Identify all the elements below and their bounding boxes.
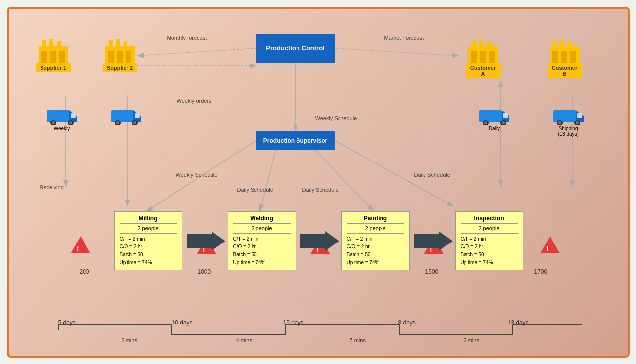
svg-point-66 (133, 121, 136, 124)
prod-supervisor-label: Production Supervisor (263, 137, 327, 144)
svg-rect-44 (479, 39, 483, 47)
svg-point-79 (558, 121, 561, 124)
svg-rect-31 (57, 41, 61, 47)
truck-customer-b: Shipping(13 days) (552, 105, 585, 137)
svg-rect-49 (570, 51, 576, 63)
svg-rect-27 (50, 51, 56, 63)
inspection-title: Inspection (461, 215, 518, 224)
factory-icon-customer-a (466, 36, 501, 63)
mins-2: 2 mins (122, 337, 137, 343)
svg-point-73 (502, 121, 505, 124)
customer-a: Customer A (466, 36, 501, 78)
days-13: 13 days (508, 319, 529, 326)
svg-rect-34 (117, 51, 123, 63)
svg-rect-74 (553, 110, 576, 122)
svg-line-9 (260, 150, 276, 211)
svg-rect-60 (111, 110, 133, 122)
svg-rect-53 (47, 110, 69, 122)
arrow-painting-inspection (414, 231, 453, 251)
painting-stats: C/T = 2 min C/O = 2 hr Batch = 50 Up tim… (347, 233, 404, 267)
factory-icon-supplier2 (103, 36, 137, 63)
inventory-1500: 1500 (425, 268, 439, 275)
daily-schedule-left-label: Daily Schedule (237, 187, 273, 193)
mins-4: 4 mins (236, 337, 252, 343)
svg-rect-43 (472, 40, 476, 47)
svg-rect-38 (124, 41, 127, 47)
weekly-orders-label: Weekly orders (177, 98, 212, 104)
painting-title: Painting (347, 215, 404, 224)
supplier-2-label: Supplier 2 (103, 63, 137, 72)
daily-schedule-mid-label: Daily Schedule (302, 187, 339, 193)
truck-customer-b-label: Shipping(13 days) (558, 126, 579, 137)
prod-control-label: Production Control (266, 44, 324, 52)
svg-rect-50 (553, 40, 557, 47)
svg-point-59 (69, 121, 72, 124)
svg-rect-48 (561, 51, 567, 63)
svg-rect-55 (71, 113, 76, 118)
svg-point-58 (52, 121, 55, 124)
svg-rect-62 (135, 113, 140, 118)
svg-rect-29 (42, 40, 46, 47)
customer-b-label: Customer B (548, 63, 582, 78)
painting-people: 2 people (347, 225, 404, 231)
truck-icon-customer-b (552, 105, 585, 125)
truck-customer-a: Daily (478, 105, 510, 131)
milling-title: Milling (120, 215, 177, 224)
svg-rect-40 (471, 51, 477, 63)
svg-rect-36 (109, 40, 113, 47)
truck-icon-supplier1 (46, 105, 78, 125)
inspection-stats: C/T = 2 min C/O = 2 hr Batch = 50 Up tim… (461, 233, 518, 267)
milling-stats: C/T = 2 min C/O = 2 hr Batch = 50 Up tim… (120, 233, 177, 267)
svg-point-72 (484, 121, 487, 124)
svg-marker-23 (540, 236, 560, 253)
inventory-1000: 1000 (198, 268, 211, 275)
factory-icon-supplier1 (36, 36, 71, 63)
welding-title: Welding (233, 215, 291, 224)
days-8: 8 days (398, 319, 416, 326)
inventory-1700: 1700 (534, 268, 548, 275)
truck-customer-a-label: Daily (489, 126, 500, 131)
svg-rect-26 (41, 51, 47, 63)
supplier-1: Supplier 1 (36, 36, 71, 72)
days-15: 15 days (283, 319, 304, 326)
customer-a-label: Customer A (466, 63, 501, 78)
supplier-1-label: Supplier 1 (36, 63, 71, 72)
svg-rect-41 (480, 51, 486, 63)
svg-rect-51 (560, 39, 564, 47)
truck-supplier1: Weekly (46, 105, 78, 131)
daily-schedule-right-label: Daily Schedule (414, 172, 450, 178)
truck-icon-supplier2 (110, 105, 142, 125)
process-painting: Painting 2 people C/T = 2 min C/O = 2 hr… (341, 211, 410, 270)
process-welding: Welding 2 people C/T = 2 min C/O = 2 hr … (228, 211, 296, 270)
days-10: 10 days (172, 319, 193, 326)
svg-rect-47 (552, 51, 558, 63)
svg-rect-37 (116, 39, 120, 47)
days-5: 5 days (58, 319, 76, 326)
inventory-200: 200 (80, 268, 89, 275)
svg-rect-69 (503, 113, 508, 118)
factory-icon-customer-b (548, 36, 582, 63)
arrow-welding-painting (300, 231, 339, 251)
monthly-forecast-label: Monthly forecast (167, 35, 207, 40)
production-control-box: Production Control (256, 34, 335, 63)
process-milling: Milling 2 people C/T = 2 min C/O = 2 hr … (114, 211, 182, 270)
market-forecast-label: Market Forecast (384, 35, 424, 40)
svg-line-4 (335, 48, 459, 56)
welding-people: 2 people (233, 225, 291, 231)
production-supervisor-box: Production Supervisor (256, 131, 335, 150)
svg-line-10 (315, 150, 374, 211)
weekly-schedule-left-label: Weekly Schedule (315, 115, 357, 121)
svg-marker-21 (71, 236, 90, 253)
svg-rect-30 (49, 39, 53, 47)
mins-7: 7 mins (350, 337, 366, 343)
svg-point-80 (576, 121, 579, 124)
svg-text:!: ! (77, 245, 79, 253)
milling-people: 2 people (120, 225, 177, 231)
process-inspection: Inspection 2 people C/T = 2 min C/O = 2 … (455, 211, 523, 270)
svg-rect-76 (577, 113, 582, 118)
svg-point-65 (116, 121, 119, 124)
receiving-label: Receiving (40, 184, 64, 190)
svg-rect-28 (59, 51, 65, 63)
svg-line-2 (137, 48, 256, 56)
svg-rect-67 (479, 110, 502, 122)
